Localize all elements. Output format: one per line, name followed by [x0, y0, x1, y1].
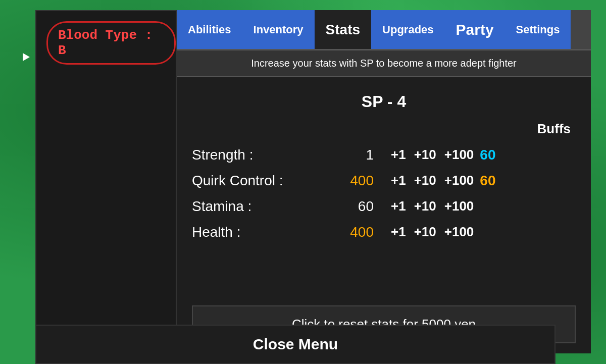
- health-value: 400: [333, 224, 374, 240]
- quirk-buff: 60: [480, 173, 495, 189]
- stamina-plus10[interactable]: +10: [412, 197, 438, 215]
- stat-row-strength: Strength : 1 +1 +10 +100 60: [192, 142, 576, 168]
- tab-abilities[interactable]: Abilities: [177, 10, 242, 49]
- quirk-plus1[interactable]: +1: [389, 172, 408, 189]
- tab-party[interactable]: Party: [445, 10, 505, 49]
- strength-plus1[interactable]: +1: [389, 146, 408, 164]
- cursor-icon: [23, 53, 30, 61]
- main-container: Blood Type : B Abilities Inventory Stats…: [35, 10, 591, 353]
- health-buttons: +1 +10 +100: [389, 223, 476, 241]
- stamina-buttons: +1 +10 +100: [389, 197, 476, 215]
- tab-upgrades[interactable]: Upgrades: [371, 10, 444, 49]
- quirk-buttons: +1 +10 +100 60: [389, 172, 496, 189]
- description-text: Increase your stats with SP to become a …: [251, 58, 516, 69]
- description-bar: Increase your stats with SP to become a …: [177, 50, 591, 77]
- tab-stats[interactable]: Stats: [315, 10, 371, 49]
- sp-display: SP - 4: [192, 87, 576, 116]
- strength-plus10[interactable]: +10: [412, 146, 438, 164]
- tab-inventory[interactable]: Inventory: [242, 10, 315, 49]
- strength-label: Strength :: [192, 147, 333, 163]
- content-area: Abilities Inventory Stats Upgrades Party…: [177, 10, 591, 353]
- nav-tabs: Abilities Inventory Stats Upgrades Party…: [177, 10, 591, 50]
- health-plus100[interactable]: +100: [442, 223, 476, 241]
- health-plus1[interactable]: +1: [389, 223, 408, 241]
- buffs-header: Buffs: [192, 121, 576, 137]
- stat-row-health: Health : 400 +1 +10 +100: [192, 219, 576, 245]
- tab-settings[interactable]: Settings: [505, 10, 571, 49]
- strength-buff: 60: [480, 147, 495, 163]
- strength-buttons: +1 +10 +100 60: [389, 146, 496, 164]
- blood-type-label: Blood Type : B: [58, 28, 153, 58]
- stat-row-stamina: Stamina : 60 +1 +10 +100: [192, 193, 576, 219]
- quirk-value: 400: [333, 173, 374, 189]
- stamina-value: 60: [333, 198, 374, 215]
- stamina-plus100[interactable]: +100: [442, 197, 476, 215]
- quirk-label: Quirk Control :: [192, 173, 333, 189]
- quirk-plus100[interactable]: +100: [442, 172, 476, 189]
- blood-type-badge: Blood Type : B: [46, 21, 176, 65]
- strength-plus100[interactable]: +100: [442, 146, 476, 164]
- stamina-label: Stamina :: [192, 198, 333, 215]
- quirk-plus10[interactable]: +10: [412, 172, 438, 189]
- close-menu-label: Close Menu: [253, 336, 338, 352]
- stamina-plus1[interactable]: +1: [389, 197, 408, 215]
- sidebar: Blood Type : B: [35, 10, 177, 353]
- stats-panel: SP - 4 Buffs Strength : 1 +1 +10 +100 60…: [177, 77, 591, 353]
- health-plus10[interactable]: +10: [412, 223, 438, 241]
- strength-value: 1: [333, 147, 374, 163]
- close-menu-button[interactable]: Close Menu: [35, 325, 556, 364]
- stat-row-quirk: Quirk Control : 400 +1 +10 +100 60: [192, 168, 576, 193]
- health-label: Health :: [192, 224, 333, 240]
